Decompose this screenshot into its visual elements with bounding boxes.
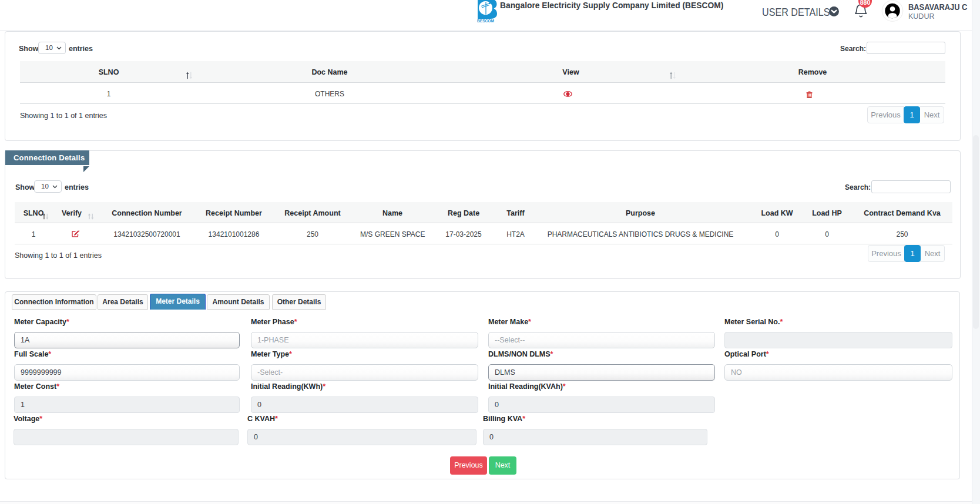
svg-text:BESCOM: BESCOM xyxy=(477,19,494,23)
